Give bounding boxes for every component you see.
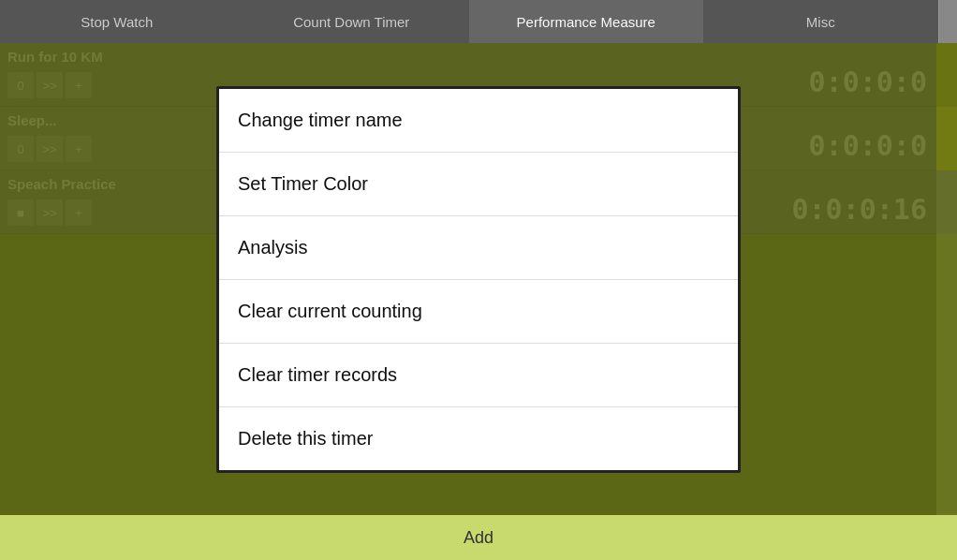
tab-performance[interactable]: Performance Measure: [469, 0, 704, 43]
bottom-bar: Add: [0, 515, 957, 560]
tab-stopwatch[interactable]: Stop Watch: [0, 0, 235, 43]
context-menu: Change timer name Set Timer Color Analys…: [216, 86, 741, 473]
tab-overflow[interactable]: [938, 0, 957, 43]
menu-item-clear-records[interactable]: Clear timer records: [219, 344, 738, 407]
menu-item-delete-timer[interactable]: Delete this timer: [219, 407, 738, 470]
menu-item-clear-counting[interactable]: Clear current counting: [219, 280, 738, 344]
add-button[interactable]: Add: [464, 528, 493, 548]
tab-bar: Stop Watch Count Down Timer Performance …: [0, 0, 957, 43]
tab-misc[interactable]: Misc: [704, 0, 939, 43]
modal-backdrop[interactable]: Change timer name Set Timer Color Analys…: [0, 43, 957, 515]
menu-item-analysis[interactable]: Analysis: [219, 216, 738, 280]
tab-countdown[interactable]: Count Down Timer: [235, 0, 470, 43]
menu-item-set-color[interactable]: Set Timer Color: [219, 153, 738, 216]
menu-item-change-name[interactable]: Change timer name: [219, 89, 738, 153]
